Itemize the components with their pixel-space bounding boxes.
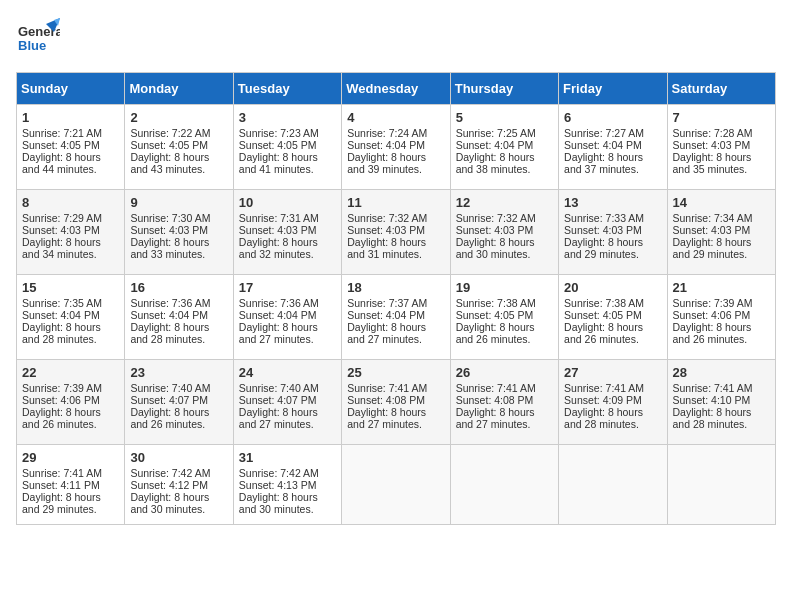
calendar-cell: 20Sunrise: 7:38 AMSunset: 4:05 PMDayligh… xyxy=(559,275,667,360)
sunrise-text: Sunrise: 7:39 AM xyxy=(22,382,102,394)
calendar-cell: 16Sunrise: 7:36 AMSunset: 4:04 PMDayligh… xyxy=(125,275,233,360)
day-number: 15 xyxy=(22,280,119,295)
calendar-cell: 1Sunrise: 7:21 AMSunset: 4:05 PMDaylight… xyxy=(17,105,125,190)
day-number: 26 xyxy=(456,365,553,380)
sunrise-text: Sunrise: 7:40 AM xyxy=(130,382,210,394)
sunrise-text: Sunrise: 7:41 AM xyxy=(22,467,102,479)
daylight-text: Daylight: 8 hours xyxy=(347,321,426,333)
daylight-text: and 34 minutes. xyxy=(22,248,97,260)
calendar-cell: 27Sunrise: 7:41 AMSunset: 4:09 PMDayligh… xyxy=(559,360,667,445)
svg-text:Blue: Blue xyxy=(18,38,46,53)
daylight-text: Daylight: 8 hours xyxy=(239,151,318,163)
calendar-week-row: 1Sunrise: 7:21 AMSunset: 4:05 PMDaylight… xyxy=(17,105,776,190)
sunset-text: Sunset: 4:04 PM xyxy=(347,309,425,321)
sunrise-text: Sunrise: 7:42 AM xyxy=(239,467,319,479)
daylight-text: and 29 minutes. xyxy=(564,248,639,260)
daylight-text: and 28 minutes. xyxy=(673,418,748,430)
sunrise-text: Sunrise: 7:22 AM xyxy=(130,127,210,139)
calendar-cell: 25Sunrise: 7:41 AMSunset: 4:08 PMDayligh… xyxy=(342,360,450,445)
sunset-text: Sunset: 4:05 PM xyxy=(564,309,642,321)
sunset-text: Sunset: 4:10 PM xyxy=(673,394,751,406)
sunrise-text: Sunrise: 7:29 AM xyxy=(22,212,102,224)
calendar-cell: 14Sunrise: 7:34 AMSunset: 4:03 PMDayligh… xyxy=(667,190,775,275)
sunset-text: Sunset: 4:04 PM xyxy=(22,309,100,321)
sunset-text: Sunset: 4:05 PM xyxy=(239,139,317,151)
daylight-text: and 26 minutes. xyxy=(130,418,205,430)
daylight-text: Daylight: 8 hours xyxy=(22,406,101,418)
daylight-text: Daylight: 8 hours xyxy=(239,406,318,418)
daylight-text: Daylight: 8 hours xyxy=(673,321,752,333)
weekday-header-row: SundayMondayTuesdayWednesdayThursdayFrid… xyxy=(17,73,776,105)
sunset-text: Sunset: 4:04 PM xyxy=(564,139,642,151)
day-number: 31 xyxy=(239,450,336,465)
sunset-text: Sunset: 4:03 PM xyxy=(22,224,100,236)
daylight-text: and 35 minutes. xyxy=(673,163,748,175)
logo: General Blue xyxy=(16,16,60,60)
calendar-cell: 5Sunrise: 7:25 AMSunset: 4:04 PMDaylight… xyxy=(450,105,558,190)
daylight-text: and 31 minutes. xyxy=(347,248,422,260)
calendar-cell: 31Sunrise: 7:42 AMSunset: 4:13 PMDayligh… xyxy=(233,445,341,525)
sunset-text: Sunset: 4:11 PM xyxy=(22,479,100,491)
sunset-text: Sunset: 4:08 PM xyxy=(347,394,425,406)
calendar-cell: 17Sunrise: 7:36 AMSunset: 4:04 PMDayligh… xyxy=(233,275,341,360)
day-number: 9 xyxy=(130,195,227,210)
daylight-text: Daylight: 8 hours xyxy=(130,406,209,418)
day-number: 4 xyxy=(347,110,444,125)
daylight-text: and 32 minutes. xyxy=(239,248,314,260)
calendar-cell: 6Sunrise: 7:27 AMSunset: 4:04 PMDaylight… xyxy=(559,105,667,190)
sunset-text: Sunset: 4:04 PM xyxy=(239,309,317,321)
sunset-text: Sunset: 4:07 PM xyxy=(130,394,208,406)
calendar-cell: 22Sunrise: 7:39 AMSunset: 4:06 PMDayligh… xyxy=(17,360,125,445)
day-number: 27 xyxy=(564,365,661,380)
sunrise-text: Sunrise: 7:25 AM xyxy=(456,127,536,139)
calendar-cell: 12Sunrise: 7:32 AMSunset: 4:03 PMDayligh… xyxy=(450,190,558,275)
daylight-text: Daylight: 8 hours xyxy=(347,151,426,163)
daylight-text: Daylight: 8 hours xyxy=(456,321,535,333)
day-number: 29 xyxy=(22,450,119,465)
daylight-text: Daylight: 8 hours xyxy=(22,151,101,163)
calendar-cell: 18Sunrise: 7:37 AMSunset: 4:04 PMDayligh… xyxy=(342,275,450,360)
weekday-header: Friday xyxy=(559,73,667,105)
sunset-text: Sunset: 4:12 PM xyxy=(130,479,208,491)
weekday-header: Saturday xyxy=(667,73,775,105)
daylight-text: and 27 minutes. xyxy=(347,333,422,345)
daylight-text: and 30 minutes. xyxy=(130,503,205,515)
day-number: 24 xyxy=(239,365,336,380)
sunrise-text: Sunrise: 7:21 AM xyxy=(22,127,102,139)
sunset-text: Sunset: 4:05 PM xyxy=(22,139,100,151)
calendar-cell: 23Sunrise: 7:40 AMSunset: 4:07 PMDayligh… xyxy=(125,360,233,445)
sunrise-text: Sunrise: 7:32 AM xyxy=(456,212,536,224)
sunset-text: Sunset: 4:13 PM xyxy=(239,479,317,491)
calendar-cell: 7Sunrise: 7:28 AMSunset: 4:03 PMDaylight… xyxy=(667,105,775,190)
day-number: 16 xyxy=(130,280,227,295)
daylight-text: Daylight: 8 hours xyxy=(456,151,535,163)
daylight-text: Daylight: 8 hours xyxy=(239,321,318,333)
daylight-text: Daylight: 8 hours xyxy=(130,236,209,248)
calendar-cell: 30Sunrise: 7:42 AMSunset: 4:12 PMDayligh… xyxy=(125,445,233,525)
calendar-cell: 8Sunrise: 7:29 AMSunset: 4:03 PMDaylight… xyxy=(17,190,125,275)
weekday-header: Monday xyxy=(125,73,233,105)
daylight-text: Daylight: 8 hours xyxy=(673,151,752,163)
sunrise-text: Sunrise: 7:41 AM xyxy=(673,382,753,394)
day-number: 21 xyxy=(673,280,770,295)
daylight-text: Daylight: 8 hours xyxy=(456,236,535,248)
daylight-text: and 27 minutes. xyxy=(347,418,422,430)
daylight-text: and 37 minutes. xyxy=(564,163,639,175)
sunrise-text: Sunrise: 7:38 AM xyxy=(564,297,644,309)
calendar-week-row: 8Sunrise: 7:29 AMSunset: 4:03 PMDaylight… xyxy=(17,190,776,275)
sunset-text: Sunset: 4:05 PM xyxy=(456,309,534,321)
day-number: 6 xyxy=(564,110,661,125)
daylight-text: Daylight: 8 hours xyxy=(130,321,209,333)
calendar-week-row: 22Sunrise: 7:39 AMSunset: 4:06 PMDayligh… xyxy=(17,360,776,445)
sunrise-text: Sunrise: 7:36 AM xyxy=(130,297,210,309)
sunset-text: Sunset: 4:06 PM xyxy=(673,309,751,321)
sunrise-text: Sunrise: 7:42 AM xyxy=(130,467,210,479)
sunrise-text: Sunrise: 7:36 AM xyxy=(239,297,319,309)
calendar-cell: 29Sunrise: 7:41 AMSunset: 4:11 PMDayligh… xyxy=(17,445,125,525)
calendar-cell: 26Sunrise: 7:41 AMSunset: 4:08 PMDayligh… xyxy=(450,360,558,445)
page-header: General Blue xyxy=(16,16,776,60)
day-number: 30 xyxy=(130,450,227,465)
sunrise-text: Sunrise: 7:30 AM xyxy=(130,212,210,224)
calendar-table: SundayMondayTuesdayWednesdayThursdayFrid… xyxy=(16,72,776,525)
sunset-text: Sunset: 4:09 PM xyxy=(564,394,642,406)
